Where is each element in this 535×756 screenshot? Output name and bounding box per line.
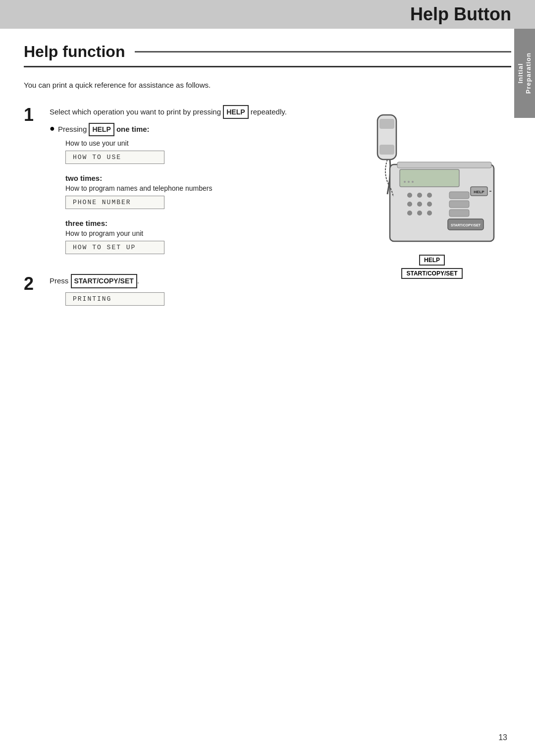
fax-set-label-wrapper: START/COPY/SET (401, 269, 462, 277)
sidebar-tab: Initial Preparation (514, 29, 535, 118)
display-box-how-to-set-up: HOW TO SET UP (65, 241, 164, 254)
svg-rect-2 (379, 145, 394, 155)
three-times-label: three times: (65, 219, 338, 227)
one-time-description: How to use your unit (65, 138, 338, 149)
fax-labels-row: HELP (419, 255, 445, 266)
svg-rect-1 (379, 119, 394, 129)
bullet-dot: ● (50, 124, 55, 133)
start-copy-set-inline: START/COPY/SET (71, 274, 137, 288)
svg-point-13 (427, 211, 432, 216)
svg-point-8 (407, 202, 412, 207)
bullet-text: Pressing HELP one time: (58, 123, 150, 136)
fax-illustration: HELP START/COPY/SET (363, 110, 501, 249)
svg-text:HELP: HELP (474, 190, 484, 194)
three-times-description: How to program your unit (65, 228, 338, 239)
display-box-phone-number: PHONE NUMBER (65, 196, 164, 209)
step-2-content: Press START/COPY/SET. PRINTING (50, 274, 338, 315)
svg-text:START/COPY/SET: START/COPY/SET (451, 223, 481, 227)
fax-set-label: START/COPY/SET (401, 268, 462, 279)
svg-point-12 (417, 211, 422, 216)
svg-point-23 (408, 181, 410, 183)
step-1: 1 Select which operation you want to pri… (24, 105, 338, 264)
svg-rect-15 (449, 201, 469, 208)
step-2: 2 Press START/COPY/SET. PRINTING (24, 274, 338, 315)
sub-three-times: three times: How to program your unit HO… (65, 219, 338, 258)
step-1-content: Select which operation you want to print… (50, 105, 338, 264)
sub-one-time: How to use your unit HOW TO USE (65, 138, 338, 168)
fax-help-label: HELP (419, 255, 445, 266)
svg-point-6 (417, 193, 422, 198)
display-box-how-to-use: HOW TO USE (65, 151, 164, 164)
step-1-main-text: Select which operation you want to print… (50, 105, 338, 119)
section-heading: Help function (24, 29, 511, 67)
right-column: HELP START/COPY/SET (353, 105, 511, 325)
svg-point-11 (407, 211, 412, 216)
header-bar: Help Button (0, 0, 535, 29)
left-column: 1 Select which operation you want to pri… (24, 105, 353, 325)
step-1-number: 1 (24, 106, 42, 264)
svg-rect-21 (397, 162, 491, 168)
step-2-main-text: Press START/COPY/SET. (50, 274, 338, 288)
sidebar-tab-text: Initial Preparation (517, 53, 532, 94)
svg-point-9 (417, 202, 422, 207)
display-box-printing: PRINTING (65, 292, 164, 306)
page-title: Help Button (410, 4, 511, 25)
svg-point-7 (427, 193, 432, 198)
help-button-inline: HELP (223, 105, 248, 119)
svg-point-24 (412, 181, 414, 183)
sub-printing: PRINTING (65, 292, 338, 310)
fax-svg: HELP START/COPY/SET (363, 110, 501, 254)
step-2-number: 2 (24, 275, 42, 315)
page-number: 13 (498, 733, 507, 742)
svg-rect-4 (400, 169, 459, 187)
svg-point-22 (404, 181, 406, 183)
main-content: Help function You can print a quick refe… (0, 29, 535, 325)
svg-point-10 (427, 202, 432, 207)
svg-rect-16 (449, 210, 469, 216)
two-times-label: two times: (65, 174, 338, 182)
bullet-one-time: ● Pressing HELP one time: (50, 123, 338, 136)
svg-rect-14 (449, 192, 469, 199)
svg-point-5 (407, 193, 412, 198)
help-btn-bullet: HELP (89, 123, 114, 136)
intro-text: You can print a quick reference for assi… (24, 79, 262, 91)
two-column-layout: 1 Select which operation you want to pri… (24, 105, 511, 325)
two-times-description: How to program names and telephone numbe… (65, 183, 338, 194)
sub-two-times: two times: How to program names and tele… (65, 174, 338, 213)
